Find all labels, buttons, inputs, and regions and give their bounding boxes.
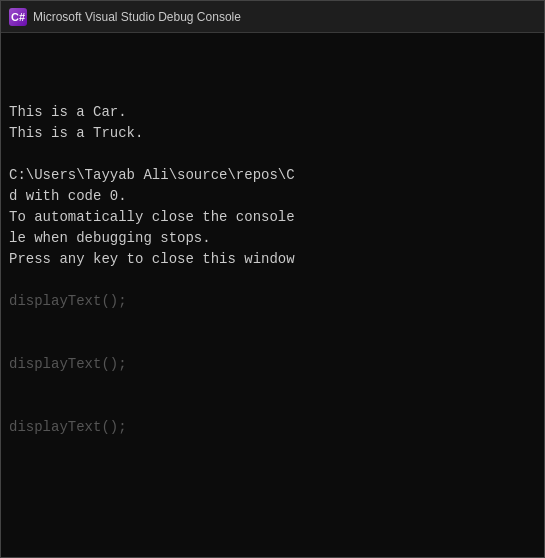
console-empty-line xyxy=(9,144,536,165)
console-output: This is a Car.This is a Truck.C:\Users\T… xyxy=(9,39,536,438)
console-line: C:\Users\Tayyab Ali\source\repos\C xyxy=(9,165,536,186)
console-line: This is a Truck. xyxy=(9,123,536,144)
debug-console-window: C# Microsoft Visual Studio Debug Console… xyxy=(0,0,545,558)
console-dim-line: displayText(); xyxy=(9,417,536,438)
console-empty-line xyxy=(9,312,536,333)
console-empty-line xyxy=(9,375,536,396)
vs-icon-label: C# xyxy=(11,11,25,23)
console-line: To automatically close the console xyxy=(9,207,536,228)
console-empty-line xyxy=(9,396,536,417)
console-line: d with code 0. xyxy=(9,186,536,207)
console-line: Press any key to close this window xyxy=(9,249,536,270)
title-bar: C# Microsoft Visual Studio Debug Console xyxy=(1,1,544,33)
vs-icon: C# xyxy=(9,8,27,26)
console-dim-line: displayText(); xyxy=(9,354,536,375)
console-line: le when debugging stops. xyxy=(9,228,536,249)
console-body[interactable]: This is a Car.This is a Truck.C:\Users\T… xyxy=(1,33,544,557)
console-dim-line: displayText(); xyxy=(9,291,536,312)
window-title: Microsoft Visual Studio Debug Console xyxy=(33,10,241,24)
console-empty-line xyxy=(9,333,536,354)
console-empty-line xyxy=(9,270,536,291)
console-line: This is a Car. xyxy=(9,102,536,123)
